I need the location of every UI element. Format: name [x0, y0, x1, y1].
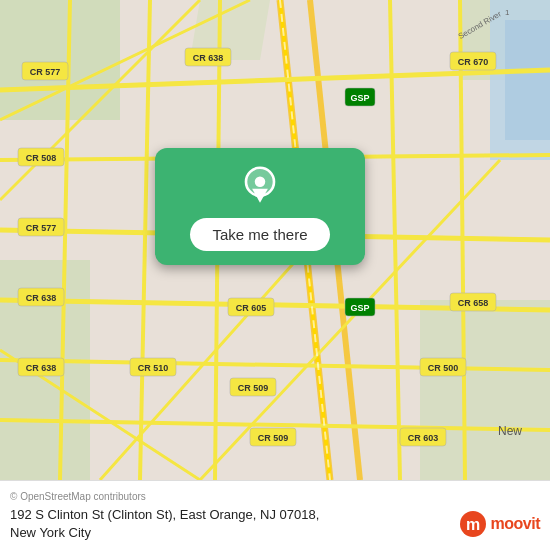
- svg-point-68: [255, 177, 266, 188]
- svg-text:GSP: GSP: [350, 93, 369, 103]
- svg-text:CR 638: CR 638: [26, 363, 57, 373]
- svg-text:CR 577: CR 577: [30, 67, 61, 77]
- location-callout: Take me there: [155, 148, 365, 265]
- address-line1: 192 S Clinton St (Clinton St), East Oran…: [10, 507, 319, 522]
- address-text: 192 S Clinton St (Clinton St), East Oran…: [10, 506, 451, 541]
- svg-text:CR 500: CR 500: [428, 363, 459, 373]
- location-pin-icon: [239, 166, 281, 208]
- moovit-label: moovit: [491, 515, 540, 533]
- svg-text:CR 638: CR 638: [26, 293, 57, 303]
- svg-rect-3: [420, 300, 550, 480]
- svg-text:CR 658: CR 658: [458, 298, 489, 308]
- map-attribution: © OpenStreetMap contributors: [10, 491, 540, 502]
- svg-text:CR 603: CR 603: [408, 433, 439, 443]
- address-line2: New York City: [10, 525, 91, 540]
- svg-text:New: New: [498, 424, 522, 438]
- svg-text:1: 1: [505, 8, 510, 17]
- svg-text:CR 577: CR 577: [26, 223, 57, 233]
- svg-rect-1: [0, 0, 120, 120]
- svg-text:CR 638: CR 638: [193, 53, 224, 63]
- svg-text:GSP: GSP: [350, 303, 369, 313]
- svg-text:CR 605: CR 605: [236, 303, 267, 313]
- bottom-bar: © OpenStreetMap contributors 192 S Clint…: [0, 480, 550, 550]
- address-row: 192 S Clinton St (Clinton St), East Oran…: [10, 506, 540, 541]
- svg-text:CR 509: CR 509: [258, 433, 289, 443]
- map-container: CR 577 CR 638 CR 670 CR 508 CR 577 GSP C…: [0, 0, 550, 480]
- moovit-m-icon: m: [459, 510, 487, 538]
- svg-text:CR 510: CR 510: [138, 363, 169, 373]
- svg-text:CR 670: CR 670: [458, 57, 489, 67]
- svg-text:CR 508: CR 508: [26, 153, 57, 163]
- svg-text:CR 509: CR 509: [238, 383, 269, 393]
- svg-rect-7: [505, 20, 550, 140]
- svg-text:m: m: [465, 516, 479, 533]
- take-me-there-button[interactable]: Take me there: [190, 218, 329, 251]
- moovit-logo: m moovit: [459, 510, 540, 538]
